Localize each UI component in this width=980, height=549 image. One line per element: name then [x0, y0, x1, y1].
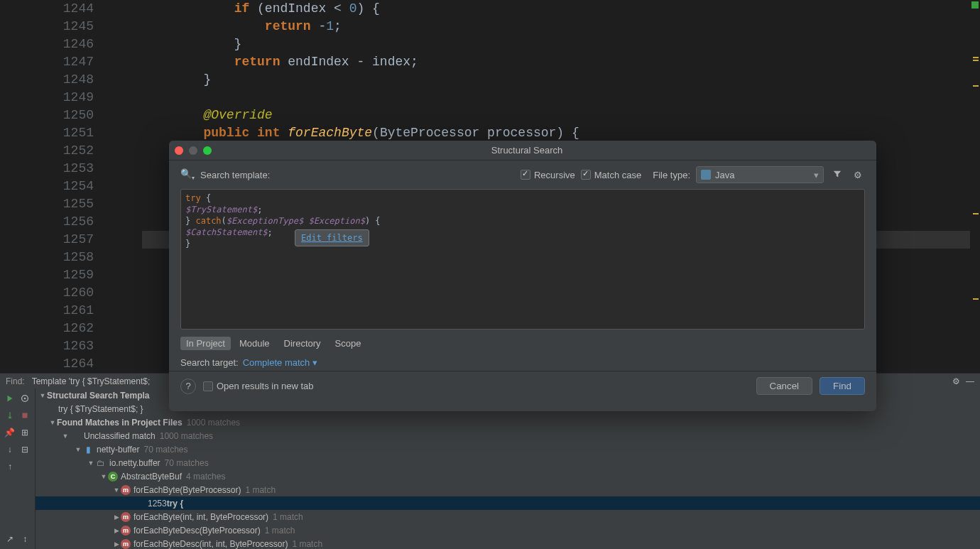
close-button[interactable] — [175, 146, 183, 155]
line-number: 1255 — [0, 195, 94, 213]
result-item[interactable]: ▶mforEachByteDesc(ByteProcessor)1 match — [36, 523, 980, 537]
line-number: 1245 — [0, 18, 94, 36]
result-item[interactable]: ▼🗀io.netty.buffer70 matches — [36, 456, 980, 469]
code-line[interactable]: public int forEachByte(ByteProcessor pro… — [142, 124, 980, 142]
gear-icon[interactable]: ⚙ — [851, 168, 865, 182]
line-number: 1246 — [0, 36, 94, 53]
dialog-titlebar[interactable]: Structural Search — [169, 141, 876, 161]
maximize-button[interactable] — [203, 146, 212, 155]
match-case-checkbox[interactable]: Match case — [581, 170, 641, 180]
edit-filters-button[interactable]: Edit filters — [295, 229, 369, 246]
code-line[interactable]: @Override — [142, 107, 980, 124]
scope-tab-module[interactable]: Module — [234, 337, 276, 350]
find-results-panel: ⤓ 📌 ⊞ ↓ ⊟ ↑ ↗ ↕ ▼Structural Search Templ… — [0, 388, 980, 549]
method-icon: m — [121, 526, 131, 536]
line-number: 1264 — [0, 355, 94, 373]
line-number: 1260 — [0, 284, 94, 302]
result-item[interactable]: ▼Unclassified match1000 matches — [36, 429, 980, 442]
line-number: 1248 — [0, 71, 94, 89]
search-target-label: Search target: — [180, 357, 239, 368]
filter-icon[interactable] — [829, 168, 845, 183]
search-icon[interactable]: 🔍▾ — [180, 168, 195, 181]
line-number: 1254 — [0, 178, 94, 195]
result-item[interactable]: 1253 try { — [36, 496, 980, 510]
line-number: 1253 — [0, 160, 94, 178]
line-number: 1258 — [0, 249, 94, 266]
result-item[interactable]: ▼mforEachByte(ByteProcessor)1 match — [36, 483, 980, 496]
result-item[interactable]: ▼CAbstractByteBuf4 matches — [36, 469, 980, 483]
expand-icon[interactable]: ⊞ — [18, 425, 33, 440]
next-icon[interactable]: ⤓ — [3, 408, 17, 423]
code-line[interactable] — [142, 89, 980, 107]
line-number: 1244 — [0, 0, 94, 18]
collapse-icon[interactable]: ⊟ — [18, 442, 33, 457]
cancel-button[interactable]: Cancel — [756, 377, 813, 395]
result-item[interactable]: ▼▮netty-buffer70 matches — [36, 442, 980, 456]
line-number: 1247 — [0, 53, 94, 71]
line-number: 1249 — [0, 89, 94, 107]
code-line[interactable]: if (endIndex < 0) { — [142, 0, 980, 18]
scope-tab-scope[interactable]: Scope — [330, 337, 367, 350]
minimize-button[interactable] — [189, 146, 197, 155]
search-template-editor[interactable]: try { $TryStatement$;} catch($ExceptionT… — [180, 189, 865, 330]
line-number: 1250 — [0, 107, 94, 124]
method-icon: m — [121, 512, 131, 522]
line-number: 1257 — [0, 231, 94, 249]
file-type-label: File type: — [653, 170, 690, 180]
hide-icon[interactable]: — — [966, 376, 974, 386]
open-new-tab-checkbox[interactable]: Open results in new tab — [203, 381, 314, 391]
export-icon[interactable]: ↗ — [3, 532, 17, 546]
scope-tab-in-project[interactable]: In Project — [180, 337, 231, 350]
code-line[interactable]: return -1; — [142, 18, 980, 36]
svg-point-1 — [24, 398, 26, 400]
search-target-dropdown[interactable]: Complete match ▾ — [243, 357, 317, 368]
module-icon: ▮ — [82, 444, 94, 455]
found-matches[interactable]: ▼Found Matches in Project Files1000 matc… — [36, 415, 980, 429]
line-number: 1263 — [0, 337, 94, 355]
marker-bar[interactable] — [970, 0, 980, 373]
line-number: 1261 — [0, 302, 94, 320]
checkbox-icon — [521, 170, 530, 180]
help-button[interactable]: ? — [180, 379, 196, 394]
sort-icon[interactable]: ↕ — [18, 532, 33, 546]
find-text: Template 'try { $TryStatement$; — [32, 376, 151, 386]
rerun-icon[interactable] — [3, 391, 17, 406]
find-label: Find: — [6, 376, 25, 386]
checkbox-icon — [581, 170, 591, 180]
result-item[interactable]: ▶mforEachByteDesc(int, int, ByteProcesso… — [36, 537, 980, 549]
search-template-label: Search template: — [200, 170, 270, 180]
line-number: 1256 — [0, 213, 94, 231]
down-icon[interactable]: ↓ — [3, 442, 17, 457]
line-number: I↑O↓1262 — [0, 320, 94, 337]
code-line[interactable]: } — [142, 71, 980, 89]
gear-icon[interactable]: ⚙ — [952, 376, 960, 386]
result-item[interactable]: ▶mforEachByte(int, int, ByteProcessor)1 … — [36, 510, 980, 523]
find-button[interactable]: Find — [820, 377, 865, 395]
line-number: 1259 — [0, 266, 94, 284]
method-icon: m — [121, 539, 131, 549]
stop-icon[interactable] — [18, 408, 33, 423]
structural-search-dialog: Structural Search 🔍▾ Search template: Re… — [169, 141, 876, 411]
svg-rect-2 — [23, 413, 28, 418]
pin-icon[interactable]: 📌 — [3, 425, 17, 440]
line-number: I↑O↓1251 — [0, 124, 94, 142]
dialog-title: Structural Search — [212, 145, 842, 156]
code-line[interactable]: return endIndex - index; — [142, 53, 980, 71]
folder-icon: 🗀 — [95, 457, 107, 469]
file-type-select[interactable]: Java — [696, 166, 824, 183]
scope-tab-directory[interactable]: Directory — [278, 337, 327, 350]
line-number: 1252 — [0, 142, 94, 160]
target-icon[interactable] — [18, 391, 33, 406]
checkbox-icon — [203, 381, 213, 391]
code-line[interactable]: } — [142, 36, 980, 53]
class-icon: C — [108, 472, 118, 482]
recursive-checkbox[interactable]: Recursive — [521, 170, 575, 180]
method-icon: m — [121, 485, 131, 495]
up-icon[interactable]: ↑ — [3, 460, 17, 474]
